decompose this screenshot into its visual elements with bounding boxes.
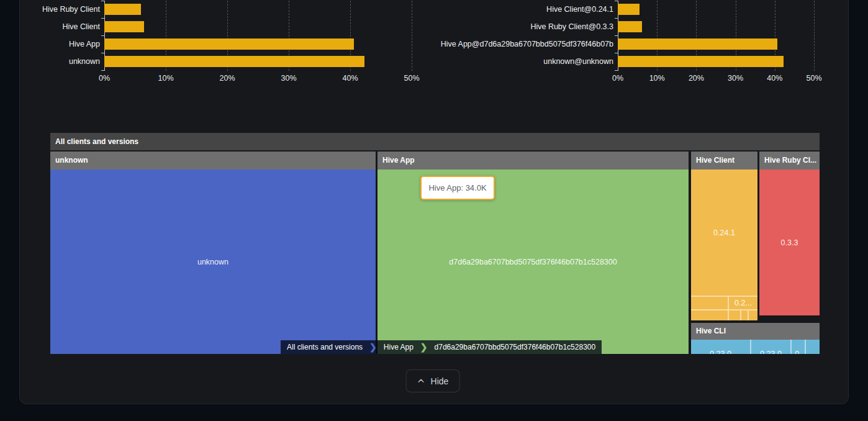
treemap-cell-0-23-0[interactable]: 0.23.0: [691, 340, 751, 354]
bar-track: [618, 38, 814, 50]
bar-row: Hive Ruby Client: [1, 1, 417, 18]
x-axis: 0% 10% 20% 30% 40% 50%: [104, 74, 412, 85]
breadcrumb-item-hive-app[interactable]: Hive App: [377, 340, 420, 354]
category-label: Hive Client@0.24.1: [435, 5, 618, 14]
treemap-cell-small[interactable]: [691, 309, 729, 320]
bar-unknown-unknown[interactable]: [618, 56, 784, 67]
category-label: Hive Ruby Client@0.3.3: [435, 22, 618, 31]
treemap-cell-small[interactable]: [806, 340, 820, 354]
hide-button[interactable]: Hide: [406, 369, 460, 392]
treemap-cell-small[interactable]: [749, 309, 757, 320]
x-tick: 10%: [158, 74, 173, 83]
treemap-cell-0-24-1[interactable]: 0.24.1: [691, 170, 757, 296]
x-tick: 40%: [767, 74, 782, 83]
clients-share-bar-chart: Hive Ruby Client Hive Client Hive App un…: [1, 1, 417, 85]
bar-row: Hive App: [1, 35, 417, 53]
x-tick: 10%: [649, 74, 665, 83]
x-tick: 50%: [806, 74, 821, 83]
treemap-section-header[interactable]: Hive Client: [691, 152, 757, 170]
bar-hive-ruby-client-033[interactable]: [618, 21, 642, 32]
bar-row: unknown: [1, 53, 417, 70]
treemap-section-hive-client: Hive Client 0.24.1 0.2...: [691, 152, 757, 320]
bar-row: Hive Client: [1, 18, 417, 35]
treemap-title-bar[interactable]: All clients and versions: [50, 133, 820, 150]
breadcrumb-item-root[interactable]: All clients and versions: [281, 340, 369, 354]
hive-client-cells: 0.24.1 0.2...: [691, 170, 757, 320]
breadcrumb: All clients and versions ❯ Hive App ❯ d7…: [281, 340, 602, 354]
cell-label: d7d6a29ba6707bbd5075df376f46b07b1c528300: [449, 258, 617, 266]
breadcrumb-item-hash[interactable]: d7d6a29ba6707bbd5075df376f46b07b1c528300: [428, 340, 602, 354]
x-tick: 0%: [612, 74, 623, 83]
cell-label: 0.23.0: [710, 350, 731, 355]
treemap-cell-small[interactable]: [691, 296, 729, 309]
cell-label: 0.23.0: [760, 350, 782, 355]
cell-label: unknown: [197, 258, 228, 266]
bar-track: [618, 56, 814, 67]
bar-row: Hive App@d7d6a29ba6707bbd5075df376f46b07…: [435, 35, 818, 53]
bar-track: [104, 38, 412, 50]
cell-label: 0.24.1: [713, 229, 735, 237]
x-tick: 20%: [689, 74, 704, 83]
chevron-right-icon: ❯: [420, 340, 428, 354]
category-label: unknown@unknown: [435, 57, 618, 66]
category-label: Hive App: [1, 40, 104, 48]
treemap-cell-0-3-3[interactable]: 0.3.3: [759, 170, 820, 315]
clients-versions-treemap: All clients and versions unknown unknown…: [50, 133, 820, 354]
bar-hive-ruby-client[interactable]: [104, 4, 141, 15]
bar-track: [104, 56, 412, 67]
x-axis: 0% 10% 20% 30% 40% 50%: [618, 74, 814, 85]
category-label: Hive App@d7d6a29ba6707bbd5075df376f46b07…: [435, 40, 618, 48]
bar-row: unknown@unknown: [435, 53, 818, 70]
tooltip-text: Hive App: 34.0K: [428, 183, 486, 192]
tooltip: Hive App: 34.0K: [420, 176, 495, 200]
treemap-cell-unknown[interactable]: unknown: [50, 170, 376, 354]
cell-label: 0.3.3: [781, 238, 798, 247]
x-tick: 20%: [219, 74, 235, 83]
treemap-cell-small[interactable]: [741, 309, 749, 320]
bar-row: Hive Ruby Client@0.3.3: [435, 18, 818, 35]
bar-hive-client[interactable]: [104, 21, 144, 32]
hide-button-label: Hide: [431, 376, 449, 386]
x-tick: 0%: [99, 74, 110, 83]
category-label: Hive Client: [1, 22, 104, 31]
treemap-cell-0-23-0[interactable]: 0.23.0: [751, 340, 792, 354]
bar-hive-client-0241[interactable]: [618, 4, 640, 15]
client-versions-bar-chart: Hive Client@0.24.1 Hive Ruby Client@0.3.…: [435, 1, 818, 85]
treemap-section-header[interactable]: Hive Ruby Cl...: [759, 152, 820, 170]
treemap-cell-small[interactable]: [729, 309, 741, 320]
chevron-up-icon: [417, 377, 425, 385]
treemap-section-hive-cli: Hive CLI 0.23.0 0.23.0 0.: [691, 323, 820, 354]
cell-label: 0.2...: [735, 299, 752, 307]
treemap-section-unknown: unknown unknown: [50, 152, 376, 354]
treemap-section-hive-ruby-client: Hive Ruby Cl... 0.3.3: [759, 152, 820, 315]
x-tick: 40%: [342, 74, 358, 83]
category-label: Hive Ruby Client: [1, 5, 104, 14]
treemap-cell-0[interactable]: 0.: [792, 340, 806, 354]
cell-label: 0.: [795, 350, 801, 355]
x-tick: 30%: [281, 74, 296, 83]
treemap-section-header[interactable]: Hive CLI: [691, 323, 820, 340]
bar-track: [104, 21, 412, 32]
treemap-section-header[interactable]: Hive App: [377, 152, 689, 170]
bar-hive-app-hash[interactable]: [618, 38, 777, 50]
bar-track: [104, 4, 412, 15]
x-tick: 50%: [404, 74, 419, 83]
bar-track: [618, 21, 814, 32]
chevron-right-icon: ❯: [369, 340, 377, 354]
treemap-cell-0-2[interactable]: 0.2...: [729, 296, 757, 309]
bar-hive-app[interactable]: [104, 38, 354, 50]
bar-track: [618, 4, 814, 15]
x-tick: 30%: [728, 74, 743, 83]
hive-cli-cells: 0.23.0 0.23.0 0.: [691, 340, 820, 354]
bar-row: Hive Client@0.24.1: [435, 1, 818, 18]
bar-unknown[interactable]: [104, 56, 364, 67]
treemap-section-header[interactable]: unknown: [50, 152, 376, 170]
category-label: unknown: [1, 57, 104, 66]
